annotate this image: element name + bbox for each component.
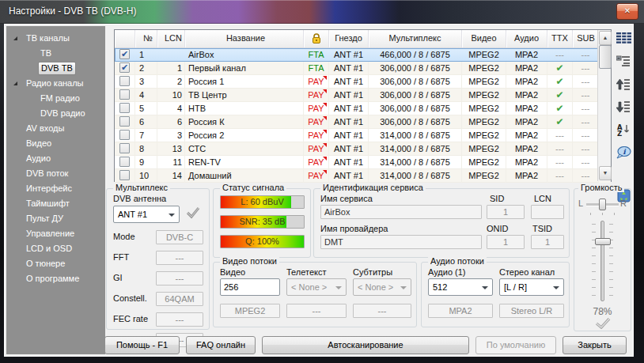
info-balloon-icon[interactable]: i <box>614 142 633 163</box>
volume-slider-thumb[interactable] <box>595 238 611 245</box>
channel-row-1[interactable]: ✔1AirBoxFTAANT #1466,000 / 8 / 6875MPEG2… <box>115 48 611 62</box>
sidebar-item-10[interactable]: Интерфейс <box>6 181 105 196</box>
table-scrollbar[interactable]: ▲ ▼ <box>597 30 611 181</box>
sidebar-item-7[interactable]: Видео <box>6 136 105 151</box>
sidebar-item-3[interactable]: Радио каналы <box>6 76 105 91</box>
header-name[interactable]: Название <box>185 30 304 47</box>
header-mux[interactable]: Мультиплекс <box>369 30 462 47</box>
balance-left-label: L <box>578 199 583 208</box>
header-audio[interactable]: Аудио <box>506 30 547 47</box>
mux-field-label: FFT <box>113 252 129 262</box>
sidebar-item-2[interactable]: DVB ТВ <box>6 61 105 76</box>
channel-row-2[interactable]: ✔21Первый каналFTAANT #1306,000 / 8 / 68… <box>115 62 611 75</box>
row-checkbox-cell: ✔ <box>115 62 135 75</box>
header-sub[interactable]: SUB <box>573 30 599 47</box>
header-video[interactable]: Видео <box>462 30 506 47</box>
header-socket[interactable]: Гнездо <box>329 30 369 47</box>
row-checkbox[interactable] <box>119 89 130 100</box>
volume-ticks-left <box>592 224 596 298</box>
subtitles-label: Субтитры <box>353 267 392 277</box>
sidebar-item-11[interactable]: Таймшифт <box>6 196 105 211</box>
tsid-label: TSID <box>532 224 552 233</box>
header-ttx[interactable]: TTX <box>547 30 573 47</box>
sidebar-item-4[interactable]: FM радио <box>6 91 105 106</box>
volume-slider[interactable] <box>600 221 604 301</box>
close-button[interactable]: ✕ <box>616 3 638 20</box>
channel-row-5[interactable]: 54НТВPAYANT #1306,000 / 8 / 6875MPEG2MPA… <box>115 102 611 115</box>
channel-row-9[interactable]: 911REN-TVPAYANT #1314,000 / 8 / 6875MPEG… <box>115 156 611 169</box>
sidebar-item-12[interactable]: Пульт ДУ <box>6 211 105 226</box>
scroll-thumb[interactable] <box>599 45 612 69</box>
teletext-select[interactable]: < None > <box>286 278 347 296</box>
header-lock[interactable] <box>304 30 329 47</box>
sidebar-item-13[interactable]: Управление <box>6 226 105 241</box>
sidebar-item-1[interactable]: ТВ <box>6 46 105 61</box>
row-checkbox[interactable]: ✔ <box>119 49 130 59</box>
socket-cell: ANT #1 <box>329 156 369 169</box>
name-cell: Россия 2 <box>185 129 304 142</box>
balance-slider-thumb[interactable] <box>599 199 606 210</box>
audio-pid-select[interactable]: 512 <box>428 278 493 296</box>
channel-row-7[interactable]: 73Россия 2PAYANT #1314,000 / 8 / 6875MPE… <box>115 129 611 142</box>
channel-row-8[interactable]: 813СТСPAYANT #1314,000 / 8 / 6875MPEG2MP… <box>115 142 611 156</box>
window-title: Настройки - DVB ТВ (DVB-H) <box>9 0 137 23</box>
sort-az-icon[interactable]: A Z <box>614 119 633 140</box>
row-checkbox[interactable] <box>119 116 130 127</box>
row-checkbox[interactable] <box>119 143 130 153</box>
move-down-icon[interactable] <box>614 96 633 117</box>
channel-grid-icon[interactable] <box>614 28 633 48</box>
volume-percent: 78% <box>574 306 631 317</box>
list-remove-icon[interactable] <box>614 51 633 71</box>
scroll-down-icon[interactable]: ▼ <box>599 166 612 180</box>
scroll-up-icon[interactable]: ▲ <box>599 31 612 45</box>
sidebar-item-16[interactable]: О программе <box>6 271 105 286</box>
channel-row-4[interactable]: 410ТВ ЦентрPAYANT #1306,000 / 8 / 6875MP… <box>115 89 611 102</box>
row-checkbox[interactable] <box>119 170 130 180</box>
access-cell: PAY <box>304 102 329 115</box>
close-window-button[interactable]: Закрыть <box>563 336 627 354</box>
mute-check-icon[interactable] <box>595 317 611 331</box>
row-checkbox[interactable] <box>119 76 130 86</box>
antenna-select[interactable]: ANT #1 <box>113 206 180 223</box>
help-button[interactable]: Помощь - F1 <box>104 336 180 354</box>
channel-row-3[interactable]: 32Россия 1PAYANT #1306,000 / 8 / 6875MPE… <box>115 75 611 89</box>
ttx-cell: ✔ <box>547 115 573 129</box>
sidebar-item-15[interactable]: О тюнере <box>6 256 105 271</box>
row-checkbox[interactable] <box>119 103 130 113</box>
row-checkbox[interactable] <box>119 130 130 140</box>
row-checkbox[interactable]: ✔ <box>119 62 130 73</box>
service-name-label: Имя сервиса <box>320 194 373 203</box>
audio-codec-field: MPA2 <box>428 304 493 318</box>
sidebar-item-8[interactable]: Аудио <box>6 151 105 166</box>
tree-expander-icon[interactable] <box>13 81 17 85</box>
subtitles-select[interactable]: < None > <box>353 278 411 296</box>
sidebar-item-6[interactable]: AV входы <box>6 121 105 136</box>
ttx-cell: ✔ <box>547 102 573 115</box>
move-up-icon[interactable] <box>614 74 633 94</box>
video-pid-input[interactable]: 256 <box>220 278 280 296</box>
sidebar-item-5[interactable]: DVB радио <box>6 106 105 121</box>
row-checkbox[interactable] <box>119 157 130 167</box>
audio-streams-title: Аудио потоки <box>428 256 487 266</box>
header-lcn[interactable]: LCN <box>157 30 185 47</box>
signal-bar-label: Q: 100% <box>221 236 304 248</box>
pay-corner-mark-icon <box>323 157 327 161</box>
channel-row-10[interactable]: 1014ДомашнийPAYANT #1314,000 / 8 / 6875M… <box>115 169 611 183</box>
mux-field-value: --- <box>156 251 203 265</box>
antenna-label: DVB антенна <box>113 194 166 203</box>
faq-button[interactable]: FAQ онлайн <box>186 336 256 354</box>
access-cell: FTA <box>304 62 329 75</box>
autoscan-button[interactable]: Автосканирование <box>262 336 469 354</box>
chevron-down-icon <box>169 214 175 217</box>
header-num[interactable]: № <box>135 30 157 47</box>
row-checkbox-cell <box>115 89 135 102</box>
mux-field-value: DVB-C <box>156 230 203 244</box>
sidebar-item-0[interactable]: ТВ каналы <box>6 31 105 46</box>
stereo-select[interactable]: [L / R] <box>499 278 564 296</box>
mux-cell: 314,000 / 8 / 6875 <box>369 129 462 142</box>
sidebar-item-9[interactable]: DVB поток <box>6 166 105 181</box>
socket-cell: ANT #1 <box>329 129 369 142</box>
tree-expander-icon[interactable] <box>13 36 17 40</box>
channel-row-6[interactable]: 66Россия КPAYANT #1306,000 / 8 / 6875MPE… <box>115 115 611 129</box>
sidebar-item-14[interactable]: LCD и OSD <box>6 241 105 256</box>
